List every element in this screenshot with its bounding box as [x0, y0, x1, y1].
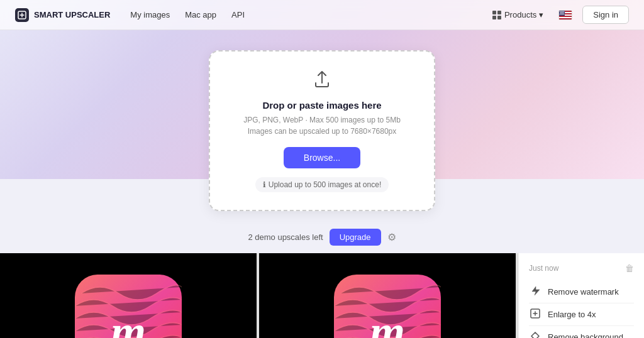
mac-app-link[interactable]: Mac app	[185, 10, 216, 19]
svg-point-11	[560, 11, 561, 12]
nav-right: Products ▾	[487, 6, 629, 24]
info-icon: ℹ	[263, 180, 266, 189]
remove-watermark-label: Remove watermark	[548, 287, 619, 297]
remove-background-label: Remove background	[548, 332, 623, 338]
enlarge-4x-label: Enlarge to 4x	[548, 310, 596, 319]
svg-rect-1	[492, 11, 496, 14]
sidebar-timestamp: Just now	[529, 264, 558, 273]
upload-note-text: Upload up to 500 images at once!	[269, 180, 381, 189]
upload-subtitle: JPG, PNG, WebP · Max 500 images up to 5M…	[240, 114, 404, 137]
upload-subtitle-line2: Images can be upscaled up to 7680×7680px	[248, 127, 397, 136]
api-link[interactable]: API	[231, 10, 245, 19]
svg-rect-8	[559, 17, 572, 18]
svg-point-17	[563, 12, 564, 13]
upscaled-app-icon: m	[334, 275, 441, 338]
upload-title: Drop or paste images here	[240, 100, 404, 111]
svg-point-19	[561, 13, 562, 14]
remove-bg-icon	[529, 331, 541, 338]
products-button[interactable]: Products ▾	[487, 8, 548, 23]
demo-counter-text: 2 demo upscales left	[248, 232, 323, 242]
svg-rect-9	[559, 19, 572, 20]
svg-rect-3	[492, 16, 496, 19]
svg-point-21	[564, 13, 565, 14]
grid-icon	[492, 10, 502, 20]
images-section: m	[0, 253, 644, 338]
main-content: Drop or paste images here JPG, PNG, WebP…	[0, 30, 644, 338]
svg-point-12	[561, 11, 562, 12]
svg-point-20	[562, 13, 564, 14]
upload-note: ℹ Upload up to 500 images at once!	[255, 177, 389, 192]
products-label: Products	[504, 10, 536, 19]
trash-icon[interactable]: 🗑	[625, 263, 634, 273]
enlarge-4x-action[interactable]: Enlarge to 4x	[529, 303, 634, 326]
svg-point-15	[560, 12, 562, 13]
settings-icon[interactable]: ⚙	[387, 231, 396, 243]
chevron-down-icon: ▾	[539, 10, 543, 19]
upload-icon	[240, 69, 404, 94]
svg-rect-2	[497, 11, 501, 14]
sidebar-timestamp-row: Just now 🗑	[529, 263, 634, 273]
upgrade-button[interactable]: Upgrade	[330, 229, 381, 246]
logo-icon	[15, 8, 29, 22]
svg-text:m: m	[111, 307, 146, 338]
sidebar-panel: Just now 🗑 Remove watermark	[518, 253, 644, 338]
upscaled-image-panel: m	[259, 253, 518, 338]
svg-point-14	[564, 11, 565, 12]
upload-dropzone[interactable]: Drop or paste images here JPG, PNG, WebP…	[209, 50, 435, 211]
my-images-link[interactable]: My images	[130, 10, 170, 19]
sign-in-button[interactable]: Sign in	[582, 6, 629, 24]
remove-background-action[interactable]: Remove background	[529, 326, 634, 338]
enlarge-icon	[529, 308, 541, 320]
original-image-panel: m	[0, 253, 259, 338]
upload-subtitle-line1: JPG, PNG, WebP · Max 500 images up to 5M…	[243, 116, 401, 124]
remove-watermark-action[interactable]: Remove watermark	[529, 281, 634, 303]
upload-section: Drop or paste images here JPG, PNG, WebP…	[0, 30, 644, 221]
language-flag[interactable]	[558, 10, 572, 20]
original-app-icon: m	[75, 275, 182, 338]
svg-rect-4	[497, 16, 501, 19]
navbar: SMART UPSCALER My images Mac app API Pro…	[0, 0, 644, 30]
svg-point-13	[562, 11, 564, 12]
demo-counter-bar: 2 demo upscales left Upgrade ⚙	[0, 221, 644, 253]
app-name: SMART UPSCALER	[34, 10, 110, 19]
svg-point-18	[560, 13, 561, 14]
app-logo: SMART UPSCALER	[15, 8, 110, 22]
svg-text:m: m	[370, 307, 405, 338]
svg-point-16	[562, 12, 563, 13]
lightning-icon	[529, 286, 541, 298]
nav-links: My images Mac app API	[130, 10, 487, 19]
browse-button[interactable]: Browse...	[284, 147, 360, 168]
